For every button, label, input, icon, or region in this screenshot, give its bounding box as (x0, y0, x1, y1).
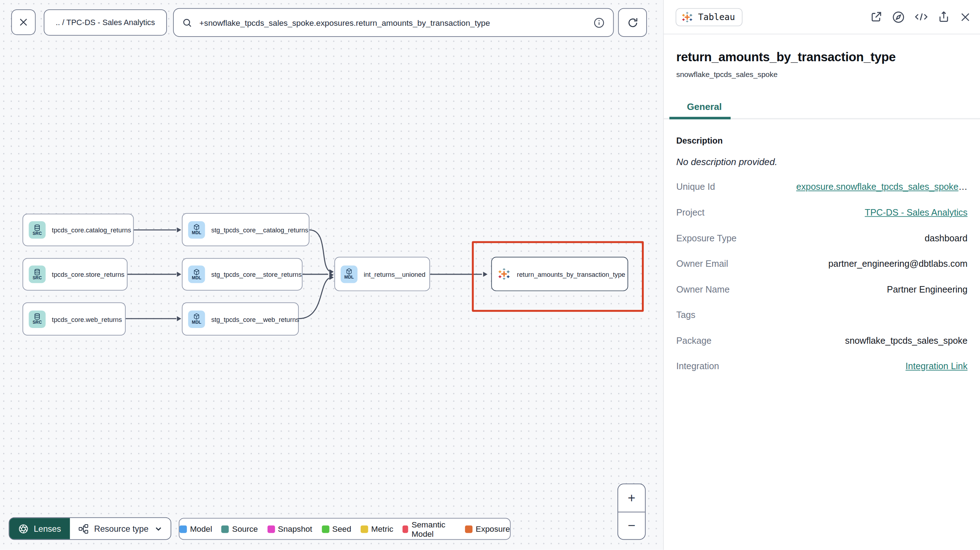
resource-type-dropdown[interactable]: Resource type (70, 518, 170, 539)
tableau-logo-icon (498, 267, 511, 281)
model-icon: MDL (188, 266, 205, 283)
view-code-button[interactable] (915, 11, 928, 23)
exposure-swatch (465, 525, 473, 533)
graph-node-stg-store-returns[interactable]: MDL stg_tpcds_core__store_returns (182, 258, 303, 291)
external-link-icon (870, 11, 883, 23)
search-icon (182, 17, 193, 28)
share-button[interactable] (937, 11, 950, 23)
field-project: Project TPC-DS - Sales Analytics (676, 207, 967, 233)
zoom-out-button[interactable]: − (618, 512, 645, 539)
graph-node-source-catalog-returns[interactable]: SRC tpcds_core.catalog_returns (22, 214, 134, 246)
legend-item-exposure: Exposure (465, 524, 510, 534)
panel-tabs: General (664, 101, 980, 119)
lenses-button[interactable]: Lenses (9, 518, 70, 539)
field-tags: Tags (676, 310, 967, 335)
field-integration: Integration Integration Link (676, 361, 967, 387)
details-panel-header: Tableau (664, 0, 980, 34)
node-label: tpcds_core.web_returns (52, 315, 122, 323)
node-label: return_amounts_by_transaction_type (517, 270, 625, 278)
node-type-badge: MDL (192, 230, 201, 235)
node-label: stg_tpcds_core__store_returns (211, 271, 302, 278)
source-swatch (221, 525, 229, 533)
project-link[interactable]: TPC-DS - Sales Analytics (865, 207, 967, 217)
metadata-fields: Unique Id exposure.snowflake_tpcds_sales… (676, 182, 967, 387)
close-lineage-button[interactable] (11, 9, 35, 35)
node-type-badge: SRC (33, 231, 42, 236)
code-icon (915, 11, 928, 23)
resource-type-icon (78, 523, 89, 534)
zoom-in-button[interactable]: + (618, 484, 645, 512)
plus-icon: + (628, 490, 635, 505)
breadcrumb[interactable]: .. / TPC-DS - Sales Analytics (44, 9, 167, 35)
node-type-badge: SRC (33, 320, 42, 325)
dbt-explorer-lineage-view: SRC tpcds_core.catalog_returns SRC tpcds… (0, 0, 980, 550)
chevron-down-icon (154, 525, 162, 533)
info-icon[interactable] (593, 16, 605, 28)
canvas-zoom-control: + − (617, 484, 646, 540)
integration-link[interactable]: Integration Link (905, 361, 967, 371)
node-label: int_returns__unioned (364, 270, 426, 278)
source-icon: SRC (29, 221, 46, 239)
node-type-badge: MDL (192, 320, 201, 325)
field-unique-id: Unique Id exposure.snowflake_tpcds_sales… (676, 182, 967, 208)
node-type-badge: SRC (33, 275, 42, 280)
lineage-canvas[interactable]: SRC tpcds_core.catalog_returns SRC tpcds… (0, 0, 663, 550)
node-label: tpcds_core.catalog_returns (52, 226, 131, 234)
lineage-search[interactable] (173, 8, 614, 37)
close-icon (18, 17, 29, 27)
field-owner-name: Owner Name Partner Engineering (676, 284, 967, 310)
unique-id-link[interactable]: exposure.snowflake_tpcds_sales_spoke (796, 182, 959, 192)
node-type-badge: MDL (192, 275, 201, 280)
close-icon (959, 11, 971, 23)
model-icon: MDL (340, 265, 358, 283)
graph-node-source-store-returns[interactable]: SRC tpcds_core.store_returns (22, 258, 127, 291)
refresh-graph-button[interactable] (618, 8, 647, 37)
node-label: stg_tpcds_core__web_returns (211, 315, 299, 323)
details-panel: Tableau return_amounts_by_transaction_ty… (663, 0, 980, 550)
graph-node-stg-web-returns[interactable]: MDL stg_tpcds_core__web_returns (182, 302, 299, 335)
node-label: tpcds_core.store_returns (52, 271, 125, 278)
legend-item-source: Source (221, 524, 258, 534)
search-input[interactable] (198, 17, 587, 28)
compass-icon (892, 10, 905, 24)
graph-node-int-returns-unioned[interactable]: MDL int_returns__unioned (334, 257, 430, 291)
refresh-icon (626, 16, 640, 29)
tab-general[interactable]: General (670, 101, 731, 119)
metric-swatch (361, 525, 368, 533)
legend-item-snapshot: Snapshot (267, 524, 312, 534)
snapshot-swatch (267, 525, 275, 533)
aperture-icon (18, 523, 29, 534)
seed-swatch (321, 525, 329, 533)
explore-button[interactable] (892, 10, 905, 24)
legend-item-metric: Metric (361, 524, 393, 534)
node-type-badge: MDL (344, 275, 353, 280)
resource-title: return_amounts_by_transaction_type (676, 50, 967, 64)
integration-badge[interactable]: Tableau (676, 8, 743, 26)
graph-node-exposure-return-amounts[interactable]: return_amounts_by_transaction_type (491, 257, 628, 291)
description-empty-text: No description provided. (676, 156, 967, 167)
legend-item-model: Model (180, 524, 212, 534)
graph-node-source-web-returns[interactable]: SRC tpcds_core.web_returns (22, 302, 126, 335)
source-icon: SRC (29, 266, 46, 283)
resource-legend: Model Source Snapshot Seed Metric Semant… (179, 518, 511, 540)
model-icon: MDL (188, 310, 205, 327)
description-heading: Description (676, 136, 967, 145)
graph-node-stg-catalog-returns[interactable]: MDL stg_tpcds_core__catalog_returns (182, 213, 309, 246)
model-swatch (180, 525, 187, 533)
close-panel-button[interactable] (959, 11, 971, 23)
open-external-button[interactable] (870, 11, 883, 23)
field-package: Package snowflake_tpcds_sales_spoke (676, 335, 967, 361)
source-icon: SRC (29, 310, 46, 327)
model-icon: MDL (188, 221, 205, 238)
semantic-model-swatch (402, 525, 408, 533)
tableau-logo-icon (681, 11, 693, 23)
lenses-control: Lenses Resource type (9, 517, 171, 540)
minus-icon: − (628, 518, 635, 533)
node-label: stg_tpcds_core__catalog_returns (211, 226, 309, 234)
field-owner-email: Owner Email partner_engineering@dbtlabs.… (676, 259, 967, 284)
legend-item-seed: Seed (321, 524, 352, 534)
resource-package-subtitle: snowflake_tpcds_sales_spoke (676, 70, 967, 78)
legend-item-semantic-model: Semantic Model (402, 520, 456, 538)
share-icon (937, 11, 950, 23)
field-exposure-type: Exposure Type dashboard (676, 233, 967, 259)
